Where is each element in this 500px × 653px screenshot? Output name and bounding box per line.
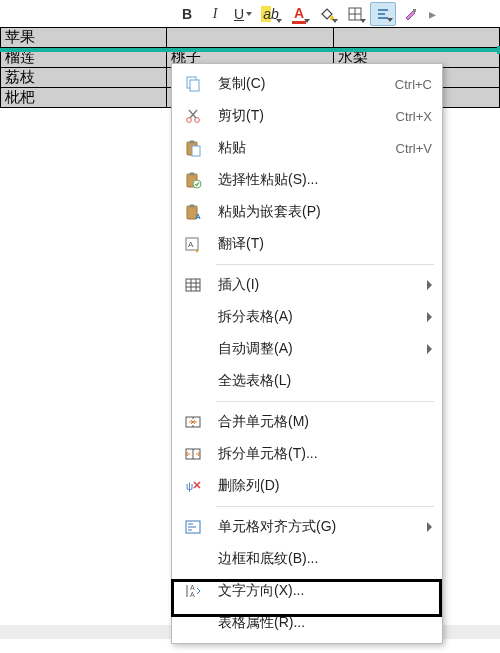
menu-label: 剪切(T)	[218, 107, 386, 125]
underline-button[interactable]: U	[230, 2, 256, 26]
menu-insert[interactable]: 插入(I)	[172, 269, 442, 301]
menu-paste[interactable]: 粘贴 Ctrl+V	[172, 132, 442, 164]
split-cells-icon	[182, 444, 204, 464]
menu-label: 拆分表格(A)	[218, 308, 419, 326]
cell[interactable]: 荔枝	[1, 68, 167, 88]
menu-select-all-table[interactable]: 全选表格(L)	[172, 365, 442, 397]
svg-text:A: A	[195, 212, 201, 221]
shortcut: Ctrl+V	[396, 141, 432, 156]
svg-rect-8	[190, 80, 199, 91]
bold-button[interactable]: B	[174, 2, 200, 26]
submenu-arrow-icon	[427, 312, 432, 322]
menu-label: 复制(C)	[218, 75, 385, 93]
blank-icon	[182, 307, 204, 327]
context-menu: 复制(C) Ctrl+C 剪切(T) Ctrl+X 粘贴 Ctrl+V 选择性粘…	[171, 63, 443, 644]
menu-merge-cells[interactable]: 合并单元格(M)	[172, 406, 442, 438]
menu-label: 文字方向(X)...	[218, 582, 432, 600]
cell[interactable]	[333, 28, 499, 48]
menu-cut[interactable]: 剪切(T) Ctrl+X	[172, 100, 442, 132]
merge-cells-icon	[182, 412, 204, 432]
menu-cell-alignment[interactable]: 单元格对齐方式(G)	[172, 511, 442, 543]
svg-text:A: A	[190, 591, 195, 598]
delete-col-icon: ψ	[182, 476, 204, 496]
formatting-toolbar: B I U ab A ▸	[170, 0, 500, 28]
blank-icon	[182, 613, 204, 633]
blank-icon	[182, 549, 204, 569]
svg-text:A: A	[190, 584, 195, 591]
svg-line-11	[190, 110, 197, 118]
paste-nested-icon: A	[182, 202, 204, 222]
menu-borders-shading[interactable]: 边框和底纹(B)...	[172, 543, 442, 575]
svg-rect-17	[190, 173, 194, 176]
menu-label: 拆分单元格(T)...	[218, 445, 432, 463]
cell[interactable]: 苹果	[1, 28, 167, 48]
selection-band	[0, 48, 500, 52]
separator	[216, 401, 434, 402]
blank-icon	[182, 371, 204, 391]
borders-button[interactable]	[342, 2, 368, 26]
menu-text-direction[interactable]: AA 文字方向(X)...	[172, 575, 442, 607]
menu-delete-column[interactable]: ψ 删除列(D)	[172, 470, 442, 502]
blank-icon	[182, 339, 204, 359]
paste-icon	[182, 138, 204, 158]
cell-align-icon	[182, 517, 204, 537]
svg-text:ψ: ψ	[186, 481, 193, 492]
cut-icon	[182, 106, 204, 126]
brush-icon	[403, 6, 419, 22]
highlight-color-button[interactable]: ab	[258, 2, 284, 26]
separator	[216, 506, 434, 507]
menu-label: 表格属性(R)...	[218, 614, 432, 632]
align-icon	[375, 6, 391, 22]
svg-rect-24	[186, 279, 200, 291]
menu-translate[interactable]: A 翻译(T)	[172, 228, 442, 260]
table-icon	[182, 275, 204, 295]
menu-label: 删除列(D)	[218, 477, 432, 495]
menu-label: 插入(I)	[218, 276, 419, 294]
menu-label: 边框和底纹(B)...	[218, 550, 432, 568]
font-color-button[interactable]: A	[286, 2, 312, 26]
grid-icon	[347, 6, 363, 22]
menu-label: 粘贴为嵌套表(P)	[218, 203, 432, 221]
menu-label: 粘贴	[218, 139, 386, 157]
svg-line-12	[189, 110, 196, 118]
menu-label: 选择性粘贴(S)...	[218, 171, 432, 189]
italic-button[interactable]: I	[202, 2, 228, 26]
toolbar-more-button[interactable]: ▸	[426, 2, 438, 26]
menu-label: 自动调整(A)	[218, 340, 419, 358]
svg-rect-20	[190, 205, 194, 208]
menu-label: 全选表格(L)	[218, 372, 432, 390]
menu-paste-special[interactable]: 选择性粘贴(S)...	[172, 164, 442, 196]
text-dir-icon: AA	[182, 581, 204, 601]
submenu-arrow-icon	[427, 344, 432, 354]
menu-label: 单元格对齐方式(G)	[218, 518, 419, 536]
menu-table-properties[interactable]: 表格属性(R)...	[172, 607, 442, 639]
menu-label: 合并单元格(M)	[218, 413, 432, 431]
fill-color-button[interactable]	[314, 2, 340, 26]
cell[interactable]: 枇杷	[1, 88, 167, 108]
bucket-icon	[319, 6, 335, 22]
svg-rect-14	[190, 141, 194, 144]
menu-split-table[interactable]: 拆分表格(A)	[172, 301, 442, 333]
translate-icon: A	[182, 234, 204, 254]
svg-text:A: A	[188, 240, 194, 249]
paste-special-icon	[182, 170, 204, 190]
align-button[interactable]	[370, 2, 396, 26]
shortcut: Ctrl+X	[396, 109, 432, 124]
copy-icon	[182, 74, 204, 94]
cell[interactable]	[167, 28, 333, 48]
format-painter-button[interactable]	[398, 2, 424, 26]
menu-autofit[interactable]: 自动调整(A)	[172, 333, 442, 365]
menu-label: 翻译(T)	[218, 235, 432, 253]
table-row[interactable]: 苹果	[1, 28, 500, 48]
svg-point-10	[195, 118, 200, 123]
menu-split-cells[interactable]: 拆分单元格(T)...	[172, 438, 442, 470]
menu-paste-nested[interactable]: A 粘贴为嵌套表(P)	[172, 196, 442, 228]
menu-copy[interactable]: 复制(C) Ctrl+C	[172, 68, 442, 100]
svg-rect-15	[192, 146, 200, 156]
shortcut: Ctrl+C	[395, 77, 432, 92]
submenu-arrow-icon	[427, 522, 432, 532]
svg-point-9	[187, 118, 192, 123]
submenu-arrow-icon	[427, 280, 432, 290]
separator	[216, 264, 434, 265]
svg-rect-6	[413, 9, 416, 12]
